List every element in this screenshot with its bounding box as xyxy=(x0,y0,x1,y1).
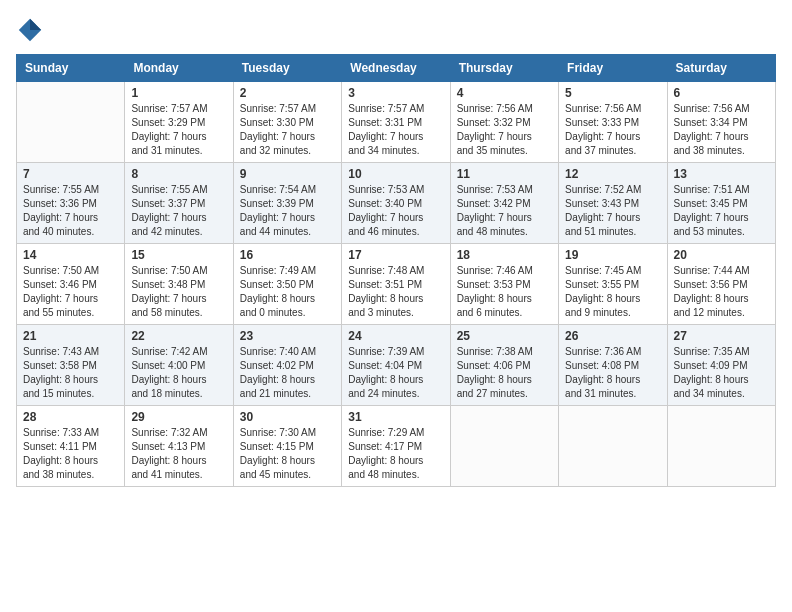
day-cell-2: 2Sunrise: 7:57 AM Sunset: 3:30 PM Daylig… xyxy=(233,82,341,163)
day-number: 25 xyxy=(457,329,552,343)
day-number: 9 xyxy=(240,167,335,181)
day-info: Sunrise: 7:57 AM Sunset: 3:29 PM Dayligh… xyxy=(131,102,226,158)
empty-cell xyxy=(559,406,667,487)
day-cell-9: 9Sunrise: 7:54 AM Sunset: 3:39 PM Daylig… xyxy=(233,163,341,244)
day-number: 16 xyxy=(240,248,335,262)
day-info: Sunrise: 7:55 AM Sunset: 3:36 PM Dayligh… xyxy=(23,183,118,239)
day-info: Sunrise: 7:57 AM Sunset: 3:31 PM Dayligh… xyxy=(348,102,443,158)
day-cell-14: 14Sunrise: 7:50 AM Sunset: 3:46 PM Dayli… xyxy=(17,244,125,325)
day-info: Sunrise: 7:40 AM Sunset: 4:02 PM Dayligh… xyxy=(240,345,335,401)
week-row-5: 28Sunrise: 7:33 AM Sunset: 4:11 PM Dayli… xyxy=(17,406,776,487)
day-cell-16: 16Sunrise: 7:49 AM Sunset: 3:50 PM Dayli… xyxy=(233,244,341,325)
day-cell-8: 8Sunrise: 7:55 AM Sunset: 3:37 PM Daylig… xyxy=(125,163,233,244)
calendar-header-monday: Monday xyxy=(125,55,233,82)
day-cell-11: 11Sunrise: 7:53 AM Sunset: 3:42 PM Dayli… xyxy=(450,163,558,244)
week-row-3: 14Sunrise: 7:50 AM Sunset: 3:46 PM Dayli… xyxy=(17,244,776,325)
day-number: 14 xyxy=(23,248,118,262)
day-number: 4 xyxy=(457,86,552,100)
calendar-header-tuesday: Tuesday xyxy=(233,55,341,82)
day-number: 15 xyxy=(131,248,226,262)
day-number: 22 xyxy=(131,329,226,343)
week-row-4: 21Sunrise: 7:43 AM Sunset: 3:58 PM Dayli… xyxy=(17,325,776,406)
page-header xyxy=(16,16,776,44)
day-info: Sunrise: 7:33 AM Sunset: 4:11 PM Dayligh… xyxy=(23,426,118,482)
day-info: Sunrise: 7:36 AM Sunset: 4:08 PM Dayligh… xyxy=(565,345,660,401)
day-number: 30 xyxy=(240,410,335,424)
day-info: Sunrise: 7:45 AM Sunset: 3:55 PM Dayligh… xyxy=(565,264,660,320)
day-cell-10: 10Sunrise: 7:53 AM Sunset: 3:40 PM Dayli… xyxy=(342,163,450,244)
day-cell-1: 1Sunrise: 7:57 AM Sunset: 3:29 PM Daylig… xyxy=(125,82,233,163)
empty-cell xyxy=(450,406,558,487)
calendar-header-wednesday: Wednesday xyxy=(342,55,450,82)
calendar-header-row: SundayMondayTuesdayWednesdayThursdayFrid… xyxy=(17,55,776,82)
day-number: 5 xyxy=(565,86,660,100)
calendar-table: SundayMondayTuesdayWednesdayThursdayFrid… xyxy=(16,54,776,487)
empty-cell xyxy=(17,82,125,163)
day-info: Sunrise: 7:48 AM Sunset: 3:51 PM Dayligh… xyxy=(348,264,443,320)
day-number: 13 xyxy=(674,167,769,181)
day-cell-26: 26Sunrise: 7:36 AM Sunset: 4:08 PM Dayli… xyxy=(559,325,667,406)
day-number: 20 xyxy=(674,248,769,262)
calendar-header-friday: Friday xyxy=(559,55,667,82)
day-number: 31 xyxy=(348,410,443,424)
day-info: Sunrise: 7:56 AM Sunset: 3:32 PM Dayligh… xyxy=(457,102,552,158)
week-row-1: 1Sunrise: 7:57 AM Sunset: 3:29 PM Daylig… xyxy=(17,82,776,163)
day-number: 2 xyxy=(240,86,335,100)
day-cell-28: 28Sunrise: 7:33 AM Sunset: 4:11 PM Dayli… xyxy=(17,406,125,487)
day-info: Sunrise: 7:52 AM Sunset: 3:43 PM Dayligh… xyxy=(565,183,660,239)
day-info: Sunrise: 7:44 AM Sunset: 3:56 PM Dayligh… xyxy=(674,264,769,320)
day-cell-21: 21Sunrise: 7:43 AM Sunset: 3:58 PM Dayli… xyxy=(17,325,125,406)
day-number: 26 xyxy=(565,329,660,343)
day-number: 10 xyxy=(348,167,443,181)
day-info: Sunrise: 7:38 AM Sunset: 4:06 PM Dayligh… xyxy=(457,345,552,401)
day-cell-25: 25Sunrise: 7:38 AM Sunset: 4:06 PM Dayli… xyxy=(450,325,558,406)
day-number: 29 xyxy=(131,410,226,424)
day-number: 23 xyxy=(240,329,335,343)
day-number: 28 xyxy=(23,410,118,424)
day-info: Sunrise: 7:39 AM Sunset: 4:04 PM Dayligh… xyxy=(348,345,443,401)
day-cell-13: 13Sunrise: 7:51 AM Sunset: 3:45 PM Dayli… xyxy=(667,163,775,244)
day-info: Sunrise: 7:56 AM Sunset: 3:33 PM Dayligh… xyxy=(565,102,660,158)
day-info: Sunrise: 7:55 AM Sunset: 3:37 PM Dayligh… xyxy=(131,183,226,239)
day-number: 8 xyxy=(131,167,226,181)
day-number: 21 xyxy=(23,329,118,343)
day-cell-15: 15Sunrise: 7:50 AM Sunset: 3:48 PM Dayli… xyxy=(125,244,233,325)
logo-icon xyxy=(16,16,44,44)
day-cell-17: 17Sunrise: 7:48 AM Sunset: 3:51 PM Dayli… xyxy=(342,244,450,325)
day-cell-23: 23Sunrise: 7:40 AM Sunset: 4:02 PM Dayli… xyxy=(233,325,341,406)
day-cell-3: 3Sunrise: 7:57 AM Sunset: 3:31 PM Daylig… xyxy=(342,82,450,163)
day-info: Sunrise: 7:30 AM Sunset: 4:15 PM Dayligh… xyxy=(240,426,335,482)
day-info: Sunrise: 7:50 AM Sunset: 3:48 PM Dayligh… xyxy=(131,264,226,320)
day-info: Sunrise: 7:50 AM Sunset: 3:46 PM Dayligh… xyxy=(23,264,118,320)
day-info: Sunrise: 7:53 AM Sunset: 3:40 PM Dayligh… xyxy=(348,183,443,239)
svg-marker-1 xyxy=(30,19,41,30)
day-cell-31: 31Sunrise: 7:29 AM Sunset: 4:17 PM Dayli… xyxy=(342,406,450,487)
day-info: Sunrise: 7:56 AM Sunset: 3:34 PM Dayligh… xyxy=(674,102,769,158)
day-cell-30: 30Sunrise: 7:30 AM Sunset: 4:15 PM Dayli… xyxy=(233,406,341,487)
day-info: Sunrise: 7:49 AM Sunset: 3:50 PM Dayligh… xyxy=(240,264,335,320)
day-cell-24: 24Sunrise: 7:39 AM Sunset: 4:04 PM Dayli… xyxy=(342,325,450,406)
day-number: 3 xyxy=(348,86,443,100)
day-number: 12 xyxy=(565,167,660,181)
day-info: Sunrise: 7:42 AM Sunset: 4:00 PM Dayligh… xyxy=(131,345,226,401)
day-cell-6: 6Sunrise: 7:56 AM Sunset: 3:34 PM Daylig… xyxy=(667,82,775,163)
day-cell-5: 5Sunrise: 7:56 AM Sunset: 3:33 PM Daylig… xyxy=(559,82,667,163)
day-info: Sunrise: 7:35 AM Sunset: 4:09 PM Dayligh… xyxy=(674,345,769,401)
day-cell-4: 4Sunrise: 7:56 AM Sunset: 3:32 PM Daylig… xyxy=(450,82,558,163)
day-number: 11 xyxy=(457,167,552,181)
day-cell-29: 29Sunrise: 7:32 AM Sunset: 4:13 PM Dayli… xyxy=(125,406,233,487)
day-info: Sunrise: 7:29 AM Sunset: 4:17 PM Dayligh… xyxy=(348,426,443,482)
day-cell-18: 18Sunrise: 7:46 AM Sunset: 3:53 PM Dayli… xyxy=(450,244,558,325)
day-number: 27 xyxy=(674,329,769,343)
day-number: 18 xyxy=(457,248,552,262)
logo xyxy=(16,16,48,44)
day-number: 24 xyxy=(348,329,443,343)
day-cell-19: 19Sunrise: 7:45 AM Sunset: 3:55 PM Dayli… xyxy=(559,244,667,325)
calendar-header-sunday: Sunday xyxy=(17,55,125,82)
day-info: Sunrise: 7:43 AM Sunset: 3:58 PM Dayligh… xyxy=(23,345,118,401)
day-number: 7 xyxy=(23,167,118,181)
day-info: Sunrise: 7:46 AM Sunset: 3:53 PM Dayligh… xyxy=(457,264,552,320)
week-row-2: 7Sunrise: 7:55 AM Sunset: 3:36 PM Daylig… xyxy=(17,163,776,244)
day-cell-7: 7Sunrise: 7:55 AM Sunset: 3:36 PM Daylig… xyxy=(17,163,125,244)
calendar-header-thursday: Thursday xyxy=(450,55,558,82)
